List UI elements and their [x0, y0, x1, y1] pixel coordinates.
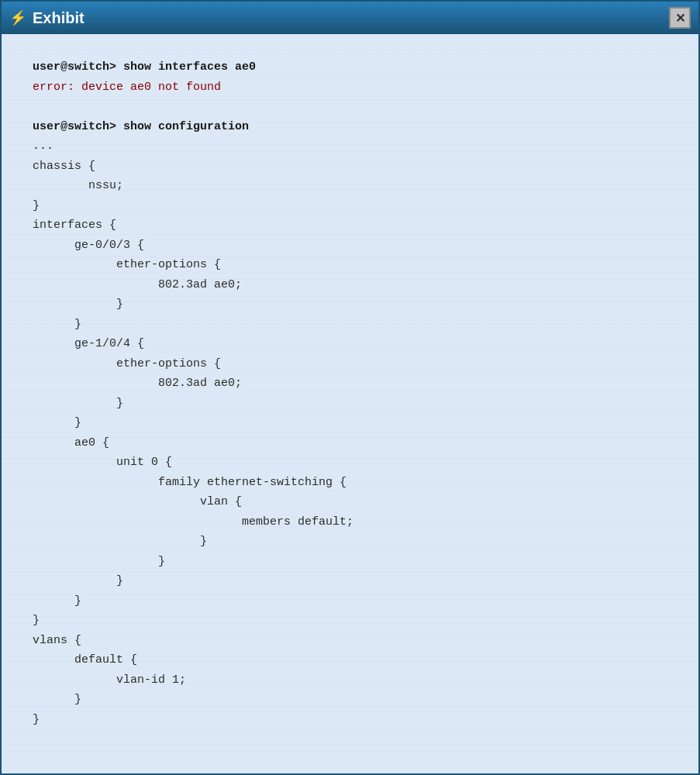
terminal-line: ae0 {	[33, 436, 109, 450]
terminal-line: ge-0/0/3 {	[33, 239, 144, 252]
terminal-line: user@switch> show interfaces ae0	[33, 60, 256, 74]
terminal-line: user@switch> show configuration	[33, 120, 249, 133]
terminal-line: ether-options {	[33, 357, 221, 370]
terminal-line: }	[33, 199, 40, 212]
terminal-line: nssu;	[33, 179, 123, 192]
terminal-line: }	[33, 594, 81, 608]
exhibit-window: ⚡ Exhibit ✕ user@switch> show interfaces…	[0, 0, 700, 775]
terminal-line: }	[33, 397, 123, 410]
terminal-line: ge-1/0/4 {	[33, 337, 144, 350]
terminal-content-area: user@switch> show interfaces ae0 error: …	[2, 34, 698, 773]
terminal-line: }	[33, 574, 123, 587]
window-title: Exhibit	[33, 9, 84, 27]
close-button[interactable]: ✕	[669, 7, 691, 29]
terminal-line: }	[33, 614, 40, 627]
terminal-line: 802.3ad ae0;	[33, 377, 242, 390]
terminal-line: interfaces {	[33, 219, 116, 232]
terminal-line: members default;	[33, 515, 353, 529]
terminal-line: }	[33, 298, 123, 311]
app-icon: ⚡	[9, 9, 26, 26]
terminal-line: }	[33, 693, 81, 706]
terminal-line: }	[33, 555, 165, 568]
terminal-line: vlan-id 1;	[33, 673, 186, 687]
terminal-line: vlans {	[33, 634, 81, 647]
terminal-line: family ethernet-switching {	[33, 476, 347, 489]
terminal-output: user@switch> show interfaces ae0 error: …	[33, 57, 667, 729]
terminal-line: vlan {	[33, 495, 242, 508]
terminal-line: }	[33, 713, 40, 726]
terminal-line: error: device ae0 not found	[33, 81, 221, 94]
terminal-line: }	[33, 416, 81, 429]
terminal-line: default {	[33, 653, 137, 666]
title-bar: ⚡ Exhibit ✕	[2, 2, 698, 34]
terminal-line: }	[33, 318, 81, 331]
terminal-line: chassis {	[33, 160, 95, 173]
terminal-line: ether-options {	[33, 258, 221, 271]
terminal-line: unit 0 {	[33, 456, 172, 469]
terminal-line: }	[33, 535, 207, 548]
terminal-line: 802.3ad ae0;	[33, 278, 242, 291]
terminal-line: ...	[33, 140, 53, 153]
title-bar-left: ⚡ Exhibit	[9, 9, 84, 27]
